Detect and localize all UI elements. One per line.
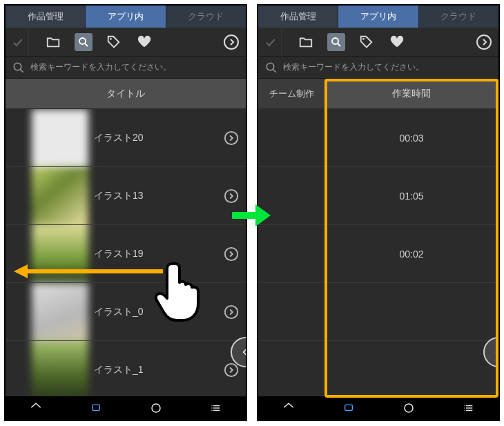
tab-manage[interactable]: 作品管理 bbox=[6, 6, 85, 28]
system-nav-bar bbox=[6, 396, 246, 420]
back-icon[interactable] bbox=[148, 402, 164, 414]
list-item[interactable] bbox=[258, 341, 498, 396]
menu-icon[interactable] bbox=[208, 402, 224, 414]
column-headers: チーム制作 作業時間 bbox=[258, 79, 498, 109]
svg-line-5 bbox=[20, 69, 23, 72]
search-tool-icon[interactable] bbox=[75, 33, 93, 51]
folder-icon[interactable] bbox=[297, 33, 315, 51]
search-placeholder: 検索キーワードを入力してください。 bbox=[30, 61, 171, 73]
svg-point-32 bbox=[464, 405, 465, 406]
artwork-list[interactable]: イラスト20 イラスト13 c イラスト19 イラスト_0 bbox=[6, 109, 246, 396]
tab-cloud[interactable]: クラウド bbox=[166, 6, 246, 28]
svg-line-1 bbox=[85, 43, 88, 46]
chevron-right-icon[interactable] bbox=[224, 188, 239, 204]
svg-point-20 bbox=[332, 38, 338, 44]
system-nav-bar bbox=[258, 396, 498, 420]
svg-line-21 bbox=[338, 43, 340, 46]
list-item[interactable]: イラスト_1 bbox=[6, 341, 246, 396]
svg-point-33 bbox=[464, 407, 465, 408]
column-header-worktime[interactable]: 作業時間 bbox=[324, 79, 498, 108]
worktime-value: 01:05 bbox=[324, 167, 498, 224]
svg-point-4 bbox=[14, 63, 21, 70]
worktime-value bbox=[324, 283, 498, 340]
tab-in-app[interactable]: アプリ内 bbox=[338, 6, 418, 28]
svg-point-2 bbox=[110, 38, 112, 40]
worktime-value bbox=[324, 341, 498, 396]
svg-point-22 bbox=[362, 38, 365, 40]
svg-point-3 bbox=[224, 35, 238, 49]
svg-point-0 bbox=[79, 38, 86, 44]
toolbar bbox=[258, 28, 498, 57]
toolbar bbox=[6, 28, 246, 57]
list-item[interactable]: イラスト_0 bbox=[6, 283, 246, 341]
list-item[interactable]: 01:05 bbox=[258, 167, 498, 225]
svg-rect-27 bbox=[345, 405, 352, 410]
list-item-title: イラスト_0 bbox=[94, 306, 144, 318]
home-icon[interactable] bbox=[28, 402, 44, 414]
list-item-title: イラスト20 bbox=[94, 132, 144, 144]
svg-point-6 bbox=[225, 131, 238, 144]
tag-icon[interactable] bbox=[358, 33, 376, 51]
chevron-right-icon[interactable] bbox=[224, 304, 239, 320]
svg-point-34 bbox=[464, 410, 465, 411]
svg-point-10 bbox=[225, 363, 238, 376]
svg-point-17 bbox=[211, 405, 212, 406]
svg-point-19 bbox=[211, 410, 212, 411]
svg-point-8 bbox=[225, 247, 238, 260]
tab-in-app[interactable]: アプリ内 bbox=[85, 6, 165, 28]
svg-point-9 bbox=[225, 305, 238, 318]
check-icon[interactable] bbox=[264, 28, 282, 57]
top-tabs: 作品管理 アプリ内 クラウド bbox=[258, 6, 498, 28]
worktime-value: 00:03 bbox=[324, 109, 498, 166]
svg-line-25 bbox=[273, 69, 276, 72]
list-item[interactable] bbox=[258, 283, 498, 341]
tab-cloud[interactable]: クラウド bbox=[418, 6, 498, 28]
list-item[interactable]: イラスト19 bbox=[6, 225, 246, 283]
list-item[interactable]: 00:03 bbox=[258, 109, 498, 167]
recent-apps-icon[interactable] bbox=[340, 402, 357, 414]
worktime-value: 00:02 bbox=[324, 225, 498, 282]
home-icon[interactable] bbox=[280, 402, 297, 414]
svg-point-24 bbox=[266, 63, 274, 70]
tab-manage[interactable]: 作品管理 bbox=[258, 6, 338, 28]
list-item-title: イラスト_1 bbox=[94, 364, 144, 376]
search-row[interactable]: 検索キーワードを入力してください。 bbox=[258, 57, 498, 79]
forward-icon[interactable] bbox=[475, 33, 493, 51]
search-placeholder: 検索キーワードを入力してください。 bbox=[283, 61, 424, 73]
list-item-title: イラスト13 bbox=[94, 190, 144, 202]
search-icon bbox=[265, 61, 278, 74]
cutoff-text: c bbox=[246, 191, 246, 201]
svg-point-28 bbox=[405, 404, 413, 412]
list-item[interactable]: イラスト20 bbox=[6, 109, 246, 167]
column-header-title[interactable]: タイトル bbox=[6, 79, 246, 109]
chevron-right-icon[interactable] bbox=[224, 246, 239, 262]
chevron-right-icon[interactable] bbox=[224, 130, 239, 146]
recent-apps-icon[interactable] bbox=[88, 402, 104, 414]
search-tool-icon[interactable] bbox=[327, 33, 345, 51]
heart-icon[interactable] bbox=[135, 33, 153, 51]
list-item[interactable]: イラスト13 c bbox=[6, 167, 246, 225]
folder-icon[interactable] bbox=[44, 33, 62, 51]
menu-icon[interactable] bbox=[461, 402, 477, 414]
check-icon[interactable] bbox=[11, 28, 29, 57]
screen-after: 作品管理 アプリ内 クラウド bbox=[257, 4, 500, 421]
svg-point-18 bbox=[211, 407, 212, 408]
search-row[interactable]: 検索キーワードを入力してください。 bbox=[6, 57, 246, 79]
search-icon bbox=[12, 61, 25, 74]
forward-icon[interactable] bbox=[222, 33, 240, 51]
svg-point-23 bbox=[477, 35, 491, 49]
svg-point-13 bbox=[152, 404, 160, 412]
list-item-title: イラスト19 bbox=[94, 248, 144, 260]
worktime-list[interactable]: 00:03 01:05 00:02 bbox=[258, 109, 498, 396]
heart-icon[interactable] bbox=[388, 33, 406, 51]
top-tabs: 作品管理 アプリ内 クラウド bbox=[6, 6, 246, 28]
list-item[interactable]: 00:02 bbox=[258, 225, 498, 283]
svg-rect-12 bbox=[92, 405, 99, 410]
svg-point-7 bbox=[225, 189, 238, 202]
column-header-team[interactable]: チーム制作 bbox=[258, 79, 324, 108]
back-icon[interactable] bbox=[400, 402, 417, 414]
screen-before: 作品管理 アプリ内 クラウド bbox=[4, 4, 247, 421]
tag-icon[interactable] bbox=[105, 33, 123, 51]
